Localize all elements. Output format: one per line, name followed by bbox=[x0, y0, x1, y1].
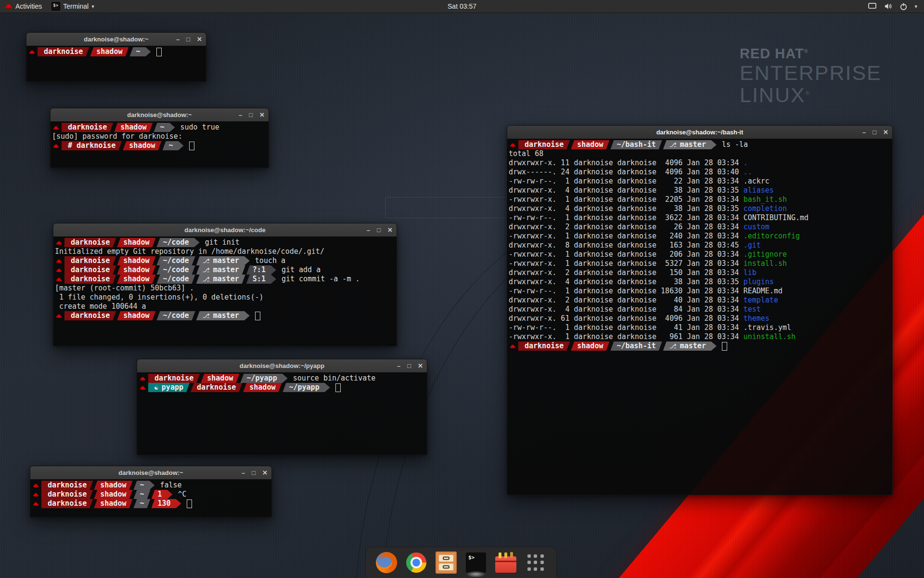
window-titlebar[interactable]: darknoise@shadow:~/pyapp–□✕ bbox=[137, 359, 427, 373]
maximize-button[interactable]: □ bbox=[407, 363, 411, 369]
ls-row-fields: drwxrwxr-x. 61 darknoise darknoise 4096 … bbox=[509, 314, 744, 323]
activities-label: Activities bbox=[15, 2, 42, 10]
ls-file-name: completion bbox=[744, 204, 787, 213]
prompt-segment-host: shadow bbox=[94, 481, 132, 490]
minimize-button[interactable]: – bbox=[176, 36, 180, 42]
prompt-segment-branch: ⎇master bbox=[196, 265, 245, 275]
ls-row-fields: drwxrwxr-x. 8 darknoise darknoise 163 Ja… bbox=[509, 241, 744, 250]
terminal-line: -rw-rw-r--. 1 darknoise darknoise 3622 J… bbox=[509, 213, 892, 223]
prompt-segment-host: shadow bbox=[117, 238, 155, 247]
redhat-prompt-icon bbox=[32, 490, 40, 499]
chrome-icon[interactable] bbox=[405, 552, 427, 574]
ls-row-fields: -rwxrwxr-x. 1 darknoise darknoise 206 Ja… bbox=[509, 250, 744, 259]
terminal-window-pyapp: darknoise@shadow:~/pyapp–□✕darknoiseshad… bbox=[137, 359, 427, 455]
terminal-cursor bbox=[187, 499, 192, 508]
prompt-segment-path: ~/pyapp bbox=[240, 374, 287, 383]
redhat-prompt-icon bbox=[32, 481, 40, 490]
redhat-prompt-icon bbox=[55, 238, 63, 247]
redhat-prompt-icon bbox=[55, 275, 63, 284]
terminal-body[interactable]: darknoiseshadow~/bash-it⎇masterls -latot… bbox=[507, 139, 892, 495]
terminal-app-icon: $> bbox=[51, 2, 60, 11]
terminal-line: # darknoiseshadow~ bbox=[52, 141, 269, 150]
files-icon[interactable] bbox=[435, 552, 457, 574]
prompt-segment-user: darknoise bbox=[518, 140, 570, 149]
window-titlebar[interactable]: darknoise@shadow:~/bash-it–□✕ bbox=[507, 126, 892, 139]
terminal-line: drwxrwxr-x. 4 darknoise darknoise 38 Jan… bbox=[509, 277, 892, 287]
ls-row-fields: drwxrwxr-x. 2 darknoise darknoise 150 Ja… bbox=[509, 268, 744, 277]
close-button[interactable]: ✕ bbox=[259, 112, 265, 118]
terminal-cursor bbox=[189, 142, 194, 150]
minimize-button[interactable]: – bbox=[239, 112, 242, 118]
branch-icon: ⎇ bbox=[669, 140, 677, 149]
window-controls: –□✕ bbox=[367, 223, 393, 236]
redhat-prompt-icon bbox=[509, 140, 517, 149]
terminal-line: darknoiseshadow~/pyappsource bin/activat… bbox=[139, 374, 427, 383]
minimize-button[interactable]: – bbox=[367, 227, 370, 233]
volume-icon[interactable] bbox=[884, 2, 893, 10]
ls-row-fields: drwx------. 24 darknoise darknoise 4096 … bbox=[509, 168, 744, 177]
window-title: darknoise@shadow:~ bbox=[84, 36, 148, 43]
terminal-body[interactable]: darknoiseshadow~ bbox=[26, 46, 206, 81]
power-icon[interactable] bbox=[899, 2, 908, 11]
prompt-segment-user: darknoise bbox=[64, 311, 116, 320]
display-icon[interactable] bbox=[868, 2, 877, 10]
minimize-button[interactable]: – bbox=[862, 129, 866, 135]
close-button[interactable]: ✕ bbox=[883, 129, 888, 135]
window-titlebar[interactable]: darknoise@shadow:~/code–□✕ bbox=[53, 223, 397, 237]
window-titlebar[interactable]: darknoise@shadow:~–□✕ bbox=[51, 108, 269, 122]
ls-file-name: custom bbox=[744, 223, 770, 232]
maximize-button[interactable]: □ bbox=[252, 470, 256, 476]
ls-row-fields: -rwxrwxr-x. 1 darknoise darknoise 240 Ja… bbox=[509, 232, 744, 241]
app-menu-label: Terminal bbox=[63, 2, 89, 10]
minimize-button[interactable]: – bbox=[397, 363, 400, 369]
close-button[interactable]: ✕ bbox=[262, 470, 268, 476]
window-title: darknoise@shadow:~/bash-it bbox=[656, 129, 744, 136]
ls-file-name: template bbox=[744, 296, 778, 305]
ls-row-fields: drwxrwxr-x. 4 darknoise darknoise 38 Jan… bbox=[509, 277, 744, 287]
prompt-segment-path: ~ bbox=[133, 499, 150, 508]
prompt-segment-branch: ⎇master bbox=[196, 311, 250, 320]
terminal-line: Initialized empty Git repository in /hom… bbox=[55, 247, 397, 256]
minimize-button[interactable]: – bbox=[242, 470, 245, 476]
window-titlebar[interactable]: darknoise@shadow:~–□✕ bbox=[26, 33, 206, 46]
activities-button[interactable]: Activities bbox=[0, 0, 47, 13]
close-button[interactable]: ✕ bbox=[387, 227, 393, 233]
ls-file-name: install.sh bbox=[744, 259, 787, 268]
maximize-button[interactable]: □ bbox=[873, 129, 876, 135]
redhat-prompt-icon bbox=[139, 383, 147, 392]
terminal-body[interactable]: darknoiseshadow~sudo true[sudo] password… bbox=[51, 121, 269, 168]
terminal-body[interactable]: darknoiseshadow~/codegit initInitialized… bbox=[53, 236, 397, 346]
chevron-down-icon[interactable]: ▾ bbox=[914, 3, 917, 10]
clock[interactable]: Sat 03:57 bbox=[442, 0, 482, 13]
close-button[interactable]: ✕ bbox=[418, 363, 423, 369]
prompt-segment-user: darknoise bbox=[64, 256, 116, 265]
maximize-button[interactable]: □ bbox=[377, 227, 381, 233]
prompt-segment-branch: ⎇master bbox=[196, 256, 250, 265]
ls-row-fields: -rwxrwxr-x. 1 darknoise darknoise 961 Ja… bbox=[509, 332, 744, 342]
app-menu-terminal[interactable]: $> Terminal ▾ bbox=[47, 0, 99, 13]
redhat-prompt-icon bbox=[52, 123, 60, 132]
ls-file-name: .editorconfig bbox=[744, 232, 800, 241]
toolbox-icon[interactable] bbox=[495, 552, 517, 574]
terminal-line: [master (root-commit) 50bcb63] . bbox=[55, 284, 397, 293]
terminal-body[interactable]: darknoiseshadow~/pyappsource bin/activat… bbox=[137, 372, 427, 455]
app-grid-icon[interactable] bbox=[525, 552, 547, 574]
terminal-line: darknoiseshadow~/codegit init bbox=[55, 238, 397, 247]
terminal-line: -rwxrwxr-x. 1 darknoise darknoise 2205 J… bbox=[509, 195, 892, 204]
terminal-line: drwxrwxr-x. 61 darknoise darknoise 4096 … bbox=[509, 314, 892, 323]
terminal-window-code: darknoise@shadow:~/code–□✕darknoiseshado… bbox=[53, 223, 397, 346]
terminal-body[interactable]: darknoiseshadow~falsedarknoiseshadow~1^C… bbox=[30, 479, 271, 517]
ls-row-fields: -rw-rw-r--. 1 darknoise darknoise 41 Jan… bbox=[509, 323, 744, 332]
window-titlebar[interactable]: darknoise@shadow:~–□✕ bbox=[30, 466, 271, 480]
terminal-line: -rw-rw-r--. 1 darknoise darknoise 41 Jan… bbox=[509, 323, 892, 332]
terminal-icon[interactable]: $> bbox=[465, 552, 487, 574]
close-button[interactable]: ✕ bbox=[197, 36, 202, 42]
terminal-window-home-2: darknoise@shadow:~–□✕darknoiseshadow~fal… bbox=[30, 466, 272, 517]
redhat-prompt-icon bbox=[139, 374, 147, 383]
maximize-button[interactable]: □ bbox=[249, 112, 253, 118]
prompt-segment-branch: ⎇master bbox=[663, 140, 717, 149]
command-text: git add a bbox=[282, 265, 321, 275]
maximize-button[interactable]: □ bbox=[186, 36, 190, 42]
firefox-icon[interactable] bbox=[375, 552, 398, 574]
prompt-segment-user: darknoise bbox=[41, 499, 93, 508]
